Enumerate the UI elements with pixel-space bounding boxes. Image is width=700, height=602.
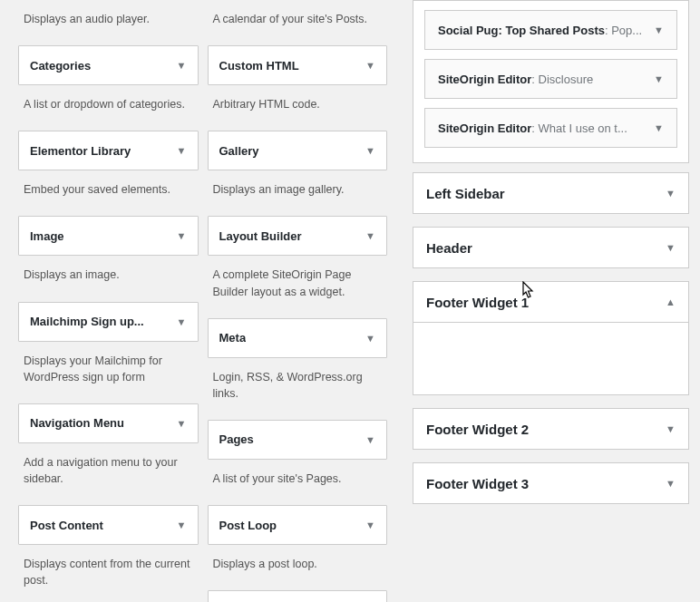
widget-desc: A complete SiteOrigin Page Builder layou… [208, 256, 388, 317]
placed-widget-social-pug[interactable]: Social Pug: Top Shared Posts: Pop... ▼ [424, 10, 677, 50]
widget-desc: Embed your saved elements. [18, 170, 199, 216]
widget-desc: Displays your Mailchimp for WordPress si… [18, 342, 199, 403]
widget-title: Layout Builder [219, 229, 302, 243]
chevron-up-icon: ▲ [666, 296, 676, 307]
chevron-down-icon: ▼ [654, 24, 664, 35]
widget-recent-posts[interactable]: Recent Posts ▼ [208, 590, 388, 602]
widget-mailchimp-signup[interactable]: Mailchimp Sign up... ▼ [18, 302, 199, 342]
widget-meta[interactable]: Meta ▼ [208, 318, 388, 358]
area-title: Header [426, 240, 472, 256]
sidebar-area-footer-widget-1[interactable]: Footer Widget 1 ▲ [413, 281, 689, 323]
placed-widget-siteorigin-disclosure[interactable]: SiteOrigin Editor: Disclosure ▼ [424, 59, 677, 99]
widget-title: Navigation Menu [30, 416, 124, 430]
widget-navigation-menu[interactable]: Navigation Menu ▼ [18, 403, 199, 443]
widget-title: Post Loop [219, 519, 277, 532]
widget-title: Post Content [30, 519, 103, 532]
sidebar-area-left-sidebar[interactable]: Left Sidebar ▼ [413, 172, 689, 214]
widget-title: Pages [219, 432, 254, 446]
area-title: Footer Widget 2 [426, 422, 529, 437]
placed-widget-label: SiteOrigin Editor: What I use on t... [438, 121, 648, 135]
chevron-down-icon: ▼ [654, 122, 664, 133]
chevron-down-icon: ▼ [177, 230, 187, 241]
chevron-down-icon: ▼ [177, 145, 187, 156]
chevron-down-icon: ▼ [365, 333, 375, 344]
widget-desc: Add a navigation menu to your sidebar. [18, 443, 199, 505]
widget-desc: Displays content from the current post. [18, 545, 199, 602]
widget-desc: Displays an image gallery. [208, 170, 388, 216]
available-widgets-col-1: Displays an audio player. Categories ▼ A… [18, 0, 199, 602]
chevron-down-icon: ▼ [666, 242, 676, 253]
widget-title: Categories [30, 59, 91, 73]
widget-title: Meta [219, 331, 247, 345]
sidebar-area-open: Social Pug: Top Shared Posts: Pop... ▼ S… [413, 0, 689, 163]
chevron-down-icon: ▼ [666, 423, 676, 434]
chevron-down-icon: ▼ [654, 73, 664, 84]
widget-desc: A calendar of your site's Posts. [208, 0, 388, 45]
area-title: Footer Widget 3 [426, 476, 529, 491]
chevron-down-icon: ▼ [177, 519, 187, 530]
sidebar-area-header[interactable]: Header ▼ [413, 227, 689, 268]
chevron-down-icon: ▼ [666, 188, 676, 199]
widget-elementor-library[interactable]: Elementor Library ▼ [18, 131, 199, 170]
widget-desc: Displays an audio player. [18, 0, 199, 45]
sidebar-area-footer-widget-2[interactable]: Footer Widget 2 ▼ [413, 408, 689, 450]
placed-widget-label: SiteOrigin Editor: Disclosure [438, 73, 648, 86]
chevron-down-icon: ▼ [365, 519, 375, 530]
placed-widget-siteorigin-whatiuse[interactable]: SiteOrigin Editor: What I use on t... ▼ [424, 108, 677, 148]
widget-desc: Login, RSS, & WordPress.org links. [208, 358, 388, 420]
chevron-down-icon: ▼ [365, 434, 375, 445]
widget-desc: Arbitrary HTML code. [208, 85, 388, 131]
sidebar-area-footer-widget-1-body[interactable] [413, 323, 689, 395]
widget-title: Image [30, 229, 64, 243]
widget-post-content[interactable]: Post Content ▼ [18, 505, 199, 545]
area-title: Left Sidebar [426, 186, 505, 201]
placed-widget-label: Social Pug: Top Shared Posts: Pop... [438, 24, 648, 37]
widget-pages[interactable]: Pages ▼ [208, 420, 388, 460]
area-title: Footer Widget 1 [426, 295, 529, 310]
widget-desc: A list or dropdown of categories. [18, 85, 199, 131]
chevron-down-icon: ▼ [177, 316, 187, 327]
chevron-down-icon: ▼ [365, 145, 375, 156]
chevron-down-icon: ▼ [177, 418, 187, 429]
widget-layout-builder[interactable]: Layout Builder ▼ [208, 216, 388, 256]
widget-post-loop[interactable]: Post Loop ▼ [208, 505, 388, 545]
chevron-down-icon: ▼ [666, 478, 676, 489]
available-widgets-col-2: A calendar of your site's Posts. Custom … [208, 0, 388, 602]
widget-desc: Displays an image. [18, 256, 199, 301]
widget-gallery[interactable]: Gallery ▼ [208, 131, 388, 170]
widget-title: Mailchimp Sign up... [30, 315, 144, 328]
widget-title: Gallery [219, 144, 259, 158]
chevron-down-icon: ▼ [177, 60, 187, 71]
widget-desc: A list of your site's Pages. [208, 460, 388, 505]
widget-desc: Displays a post loop. [208, 545, 388, 590]
widget-custom-html[interactable]: Custom HTML ▼ [208, 45, 388, 85]
widget-title: Elementor Library [30, 144, 131, 158]
widget-categories[interactable]: Categories ▼ [18, 45, 199, 85]
widget-title: Custom HTML [219, 59, 299, 73]
widget-image[interactable]: Image ▼ [18, 216, 199, 256]
chevron-down-icon: ▼ [365, 230, 375, 241]
chevron-down-icon: ▼ [365, 60, 375, 71]
sidebar-area-footer-widget-3[interactable]: Footer Widget 3 ▼ [413, 462, 689, 504]
